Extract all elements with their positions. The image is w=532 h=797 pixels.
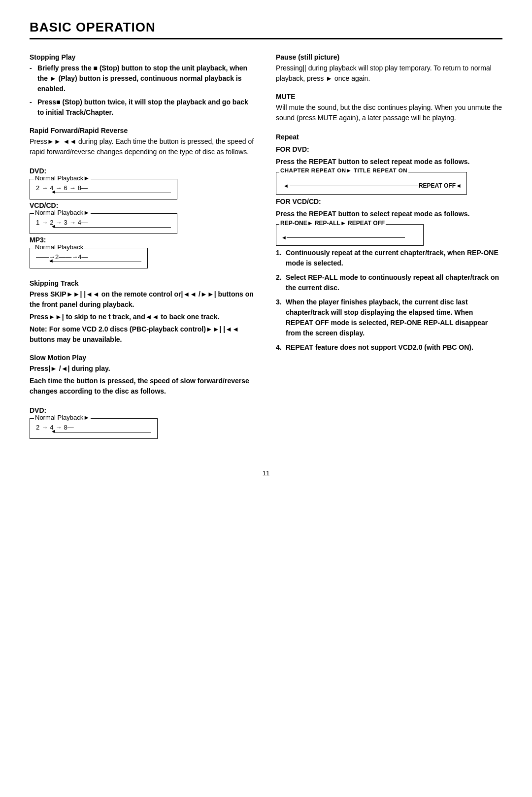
vcdcd-repeat-flow-label: REP-ONE► REP-ALL► REPEAT OFF [279,220,386,227]
flow-step: 2 [36,424,39,431]
flow-step: 3 [64,219,67,226]
flow-arrow: → [41,184,48,192]
pause-title: Pause (still picture) [276,53,502,61]
vcdcd-flow-label: Normal Playback► [34,209,91,216]
mute-title: MUTE [276,93,502,100]
vcdcd-repeat-flow-top [281,231,418,233]
page-number: 11 [30,469,502,477]
mute-desc: Will mute the sound, but the disc contin… [276,102,502,123]
skipping-track-section: Skipping Track Press SKIP►►| |◄◄ on the … [30,279,256,345]
flow-end-dash: — [67,424,74,431]
for-dvd-desc: Press the REPEAT button to select repeat… [276,157,502,167]
flow-arrow: → [55,184,62,192]
pause-desc: Pressing|| during playback will stop pla… [276,63,502,84]
flow-step: 4 [78,253,81,261]
slow-motion-dvd-flow: Normal Playback► 2 → 4 → 8 — ◄ [30,418,158,439]
vcdcd-flow: Normal Playback► 1 → 2 → 3 → 4 — ◄ [30,213,177,234]
stopping-play-title: Stopping Play [30,53,256,61]
dvd-flow-top-1: 2 → 4 → 6 → 8 — [36,184,171,192]
flow-step: 8 [64,424,67,431]
slow-motion-title: Slow Motion Play [30,354,256,362]
for-dvd-label: FOR DVD: [276,144,502,155]
flow-step: 2 [36,184,39,192]
repeat-title: Repeat [276,132,502,142]
dvd-flow-bottom-1: ◄ [36,193,171,193]
flow-dash2: ——→ [59,253,78,261]
vcdcd-flow-top: 1 → 2 → 3 → 4 — [36,219,171,226]
vcdcd-flow-bottom: ◄ [36,227,171,228]
dvd-repeat-flow-label: CHAPTER REPEAT ON► TITLE REPEAT ON [279,167,408,173]
rapid-forward-title: Rapid Forward/Rapid Reverse [30,127,256,134]
stopping-play-section: Stopping Play Briefly press the ■ (Stop)… [30,53,256,118]
repeat-item-1: 1. Continuously repeat at the current ch… [276,248,502,268]
repeat-item-3: 3. When the player finishes playback, th… [276,297,502,338]
slow-motion-p2: Each time the button is pressed, the spe… [30,376,256,397]
mute-section: MUTE Will mute the sound, but the disc c… [276,93,502,123]
right-column: Pause (still picture) Pressing|| during … [276,53,502,450]
dvd-repeat-flow-top [281,178,462,181]
for-vcdcd-label: FOR VCD/CD: [276,197,502,207]
flow-step: 1 [36,219,39,226]
dvd-repeat-flow-bottom: ◄ REPEAT OFF◄ [281,182,462,189]
flow-arrow: → [69,184,76,192]
pause-section: Pause (still picture) Pressing|| during … [276,53,502,84]
flow-end-dash: — [81,219,88,226]
vcdcd-label: VCD/CD: [30,201,256,209]
stopping-play-item-2: Press■ (Stop) button twice, it will stop… [30,97,256,118]
mp3-label: MP3: [30,236,256,244]
flow-arrow: → [55,424,62,431]
vcdcd-repeat-flow-bottom: ◄ [281,234,418,240]
flow-step: 2 [55,253,59,261]
stopping-play-item-1: Briefly press the ■ (Stop) button to sto… [30,63,256,94]
dvd-flow-1: Normal Playback► 2 → 4 → 6 → 8 — ◄ [30,179,177,199]
skipping-track-p1: Press SKIP►►| |◄◄ on the remote control … [30,289,256,310]
flow-arrow: → [69,219,76,226]
repeat-item-4: 4. REPEAT feature does not support VCD2.… [276,342,502,353]
vcdcd-repeat-flow: REP-ONE► REP-ALL► REPEAT OFF ◄ [276,224,424,246]
flow-arrow: → [55,219,62,226]
flow-step: 6 [64,184,67,192]
dvd-repeat-flow: CHAPTER REPEAT ON► TITLE REPEAT ON ◄ REP… [276,172,467,195]
slow-motion-dvd-flow-label: Normal Playback► [34,414,91,421]
rapid-forward-desc: Press►► ◄◄ during play. Each time the bu… [30,136,256,157]
repeat-item-2: 2. Select REP-ALL mode to continuously r… [276,272,502,293]
skipping-track-title: Skipping Track [30,279,256,287]
mp3-flow-label: Normal Playback [34,243,84,251]
skipping-track-p2: Press►►| to skip to ne t track, and◄◄ to… [30,312,256,322]
dvd-flow-label-1: Normal Playback► [34,174,91,182]
for-vcdcd-desc: Press the REPEAT button to select repeat… [276,209,502,219]
flow-arrow: → [41,219,48,226]
flow-step: 8 [78,184,81,192]
dvd-label-1: DVD: [30,167,256,175]
flow-arrow: → [41,424,48,431]
flow-step: 4 [78,219,81,226]
flow-end-dash: — [81,253,88,261]
repeat-section: Repeat FOR DVD: Press the REPEAT button … [276,132,502,353]
page-title: BASIC OPERATION [30,20,502,39]
slow-motion-section: Slow Motion Play Press|► /◄| during play… [30,354,256,441]
slow-motion-dvd-flow-bottom: ◄ [36,432,151,432]
rapid-forward-section: Rapid Forward/Rapid Reverse Press►► ◄◄ d… [30,127,256,270]
repeat-numbered-list: 1. Continuously repeat at the current ch… [276,248,502,353]
mp3-flow: Normal Playback ——→ 2 ——→ 4 — ◄ [30,248,148,268]
flow-end-dash: — [81,184,88,192]
mp3-flow-bottom: ◄ [36,262,141,262]
left-column: Stopping Play Briefly press the ■ (Stop)… [30,53,256,450]
slow-motion-p1: Press|► /◄| during play. [30,364,256,374]
skipping-track-p3: Note: For some VCD 2.0 discs (PBC-playba… [30,324,256,345]
stopping-play-list: Briefly press the ■ (Stop) button to sto… [30,63,256,118]
slow-motion-dvd-label: DVD: [30,406,256,414]
